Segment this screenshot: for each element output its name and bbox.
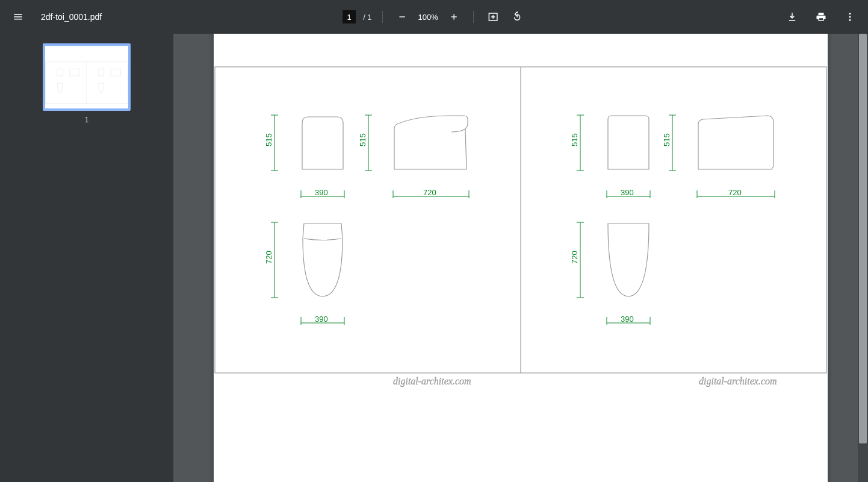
svg-rect-0 bbox=[400, 16, 405, 17]
dim-w-front-right: 390 bbox=[621, 188, 634, 197]
dim-w-side-left: 720 bbox=[423, 188, 436, 197]
page-total: / 1 bbox=[363, 13, 371, 22]
svg-point-5 bbox=[849, 16, 851, 18]
zoom-level: 100% bbox=[418, 13, 438, 22]
watermark-right: digital-architex.com bbox=[699, 376, 777, 387]
fit-page-button[interactable] bbox=[485, 8, 501, 25]
vertical-scrollbar[interactable] bbox=[858, 34, 868, 482]
zoom-in-button[interactable] bbox=[445, 8, 462, 25]
thumbnail-page-number: 1 bbox=[85, 116, 89, 124]
dim-h-side-right: 515 bbox=[662, 133, 671, 146]
scrollbar-thumb[interactable] bbox=[859, 34, 867, 443]
side-view-left: 515 720 bbox=[358, 115, 469, 198]
watermark-left: digital-architex.com bbox=[393, 376, 471, 387]
toolbar-separator bbox=[473, 11, 474, 23]
dim-h-front-left: 515 bbox=[264, 133, 273, 146]
svg-rect-2 bbox=[453, 14, 454, 19]
top-view-left: 720 390 bbox=[264, 222, 344, 325]
dim-w-top-left: 390 bbox=[315, 315, 328, 324]
svg-point-6 bbox=[849, 19, 851, 21]
document-viewer[interactable]: 515 390 515 720 bbox=[173, 34, 868, 482]
zoom-out-button[interactable] bbox=[394, 8, 411, 25]
side-view-right: 515 720 bbox=[662, 115, 775, 198]
dim-w-top-right: 390 bbox=[621, 315, 634, 324]
page-number-input[interactable] bbox=[343, 10, 356, 23]
pdf-toolbar: 2df-toi_0001.pdf / 1 100% bbox=[0, 0, 868, 34]
menu-icon[interactable] bbox=[10, 8, 26, 25]
toolbar-separator bbox=[383, 11, 383, 23]
svg-point-4 bbox=[849, 13, 851, 14]
page-thumbnail[interactable] bbox=[43, 43, 131, 111]
print-button[interactable] bbox=[813, 8, 829, 25]
dim-w-front-left: 390 bbox=[315, 188, 328, 197]
dim-h-top-right: 720 bbox=[570, 251, 579, 264]
thumbnail-sidebar: 1 bbox=[0, 34, 173, 482]
pdf-page: 515 390 515 720 bbox=[214, 34, 828, 482]
dim-h-front-right: 515 bbox=[570, 133, 579, 146]
front-view-right: 515 390 bbox=[570, 115, 650, 198]
rotate-button[interactable] bbox=[509, 8, 525, 25]
dim-w-side-right: 720 bbox=[728, 188, 742, 197]
download-button[interactable] bbox=[784, 8, 801, 25]
dim-h-side-left: 515 bbox=[358, 133, 367, 146]
more-menu-icon[interactable] bbox=[842, 8, 858, 25]
document-title: 2df-toi_0001.pdf bbox=[41, 12, 102, 22]
top-view-right: 720 390 bbox=[570, 222, 650, 325]
content-area: 1 515 3 bbox=[0, 34, 868, 482]
front-view-left: 515 390 bbox=[264, 115, 344, 198]
dim-h-top-left: 720 bbox=[264, 251, 273, 264]
